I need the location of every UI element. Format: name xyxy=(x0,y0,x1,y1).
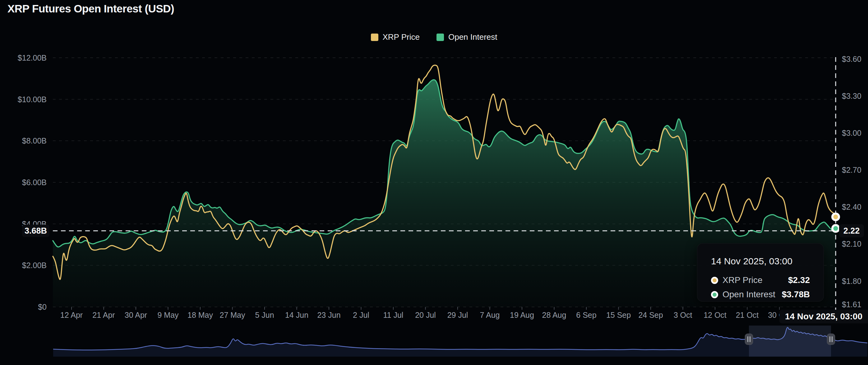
main-chart-canvas[interactable] xyxy=(0,0,868,365)
x-axis-label: 2 Jul xyxy=(353,311,369,320)
x-axis-label: 12 Oct xyxy=(704,311,726,320)
x-axis-label: 23 Jun xyxy=(317,311,340,320)
x-axis-label: 3 Oct xyxy=(674,311,692,320)
tooltip-row: XRP Price$2.32 xyxy=(711,275,810,285)
crosshair-date-badge: 14 Nov 2025, 03:00 xyxy=(779,310,868,323)
xrp-price-marker-core xyxy=(834,214,838,219)
series-dot-icon xyxy=(711,291,718,298)
crosshair-right-value-badge: 2.22 xyxy=(839,224,864,237)
series-dot-icon xyxy=(711,277,718,284)
legend-label: Open Interest xyxy=(448,32,497,42)
right-axis-tick-label: $2.40 xyxy=(842,203,862,211)
right-axis-tick-label: $3.00 xyxy=(842,129,862,138)
tooltip-row: Open Interest$3.78B xyxy=(711,290,810,299)
crosshair-left-value-badge: 3.68B xyxy=(22,225,50,237)
navigator-selection[interactable] xyxy=(749,326,831,357)
x-axis-label: 21 Apr xyxy=(92,311,115,320)
x-axis-label: 9 May xyxy=(157,311,179,320)
x-axis-label: 14 Jun xyxy=(285,311,308,320)
tooltip-row-label: XRP Price xyxy=(722,275,788,285)
x-axis-label: 5 Jun xyxy=(255,311,274,320)
x-axis-label: 7 Aug xyxy=(480,311,500,320)
right-axis-tick-label: $2.70 xyxy=(842,166,862,174)
x-axis-label: 11 Jul xyxy=(383,311,404,320)
legend-item-open-interest[interactable]: Open Interest xyxy=(436,32,497,42)
x-axis-label: 29 Jul xyxy=(447,311,468,320)
right-axis-tick-label: $3.60 xyxy=(842,55,862,64)
navigator[interactable] xyxy=(53,326,867,357)
legend-label: XRP Price xyxy=(383,32,420,42)
x-axis-label: 28 Aug xyxy=(542,311,566,320)
legend: XRP PriceOpen Interest xyxy=(0,32,868,42)
open-interest-marker-core xyxy=(834,226,838,231)
left-axis-tick-label: $0 xyxy=(38,303,46,311)
left-axis-tick-label: $8.00B xyxy=(22,136,46,145)
x-axis-label: 21 Oct xyxy=(736,311,759,320)
tooltip-row-label: Open Interest xyxy=(722,290,782,299)
x-axis-label: 24 Sep xyxy=(638,311,663,320)
left-axis-tick-label: $12.00B xyxy=(18,54,46,62)
left-axis-tick-label: $6.00B xyxy=(22,178,46,187)
x-axis-label: 27 May xyxy=(220,311,245,320)
tooltip-row-value: $3.78B xyxy=(782,290,810,299)
legend-item-xrp-price[interactable]: XRP Price xyxy=(371,32,420,42)
navigator-left-handle[interactable] xyxy=(745,334,753,345)
x-axis-label: 19 Aug xyxy=(510,311,534,320)
x-axis-label: 15 Sep xyxy=(606,311,631,320)
handle-grip-icon[interactable] xyxy=(827,334,835,345)
handle-grip-icon[interactable] xyxy=(745,334,753,345)
x-axis-label: 30 Apr xyxy=(125,311,147,320)
tooltip: 14 Nov 2025, 03:00 XRP Price$2.32Open In… xyxy=(697,243,824,302)
right-axis-tick-label: $3.30 xyxy=(842,92,862,101)
right-axis-tick-label: $1.80 xyxy=(842,276,862,286)
x-axis-label: 12 Apr xyxy=(60,311,83,320)
page-title: XRP Futures Open Interest (USD) xyxy=(7,2,174,15)
tooltip-title: 14 Nov 2025, 03:00 xyxy=(711,256,810,267)
legend-swatch-icon xyxy=(371,34,378,41)
x-axis-label: 18 May xyxy=(187,311,213,320)
left-axis-tick-label: $2.00B xyxy=(22,261,46,270)
navigator-right-handle[interactable] xyxy=(827,334,835,345)
legend-swatch-icon xyxy=(436,34,444,41)
x-axis-label: 6 Sep xyxy=(576,311,596,320)
left-axis-tick-label: $10.00B xyxy=(18,95,46,104)
chart-panel: XRP Futures Open Interest (USD) XRP Pric… xyxy=(0,0,868,365)
right-axis-tick-label: $1.61 xyxy=(842,300,862,309)
x-axis-label: 20 Jul xyxy=(415,311,436,320)
right-axis-tick-label: $2.10 xyxy=(842,239,862,248)
tooltip-row-value: $2.32 xyxy=(788,275,810,285)
